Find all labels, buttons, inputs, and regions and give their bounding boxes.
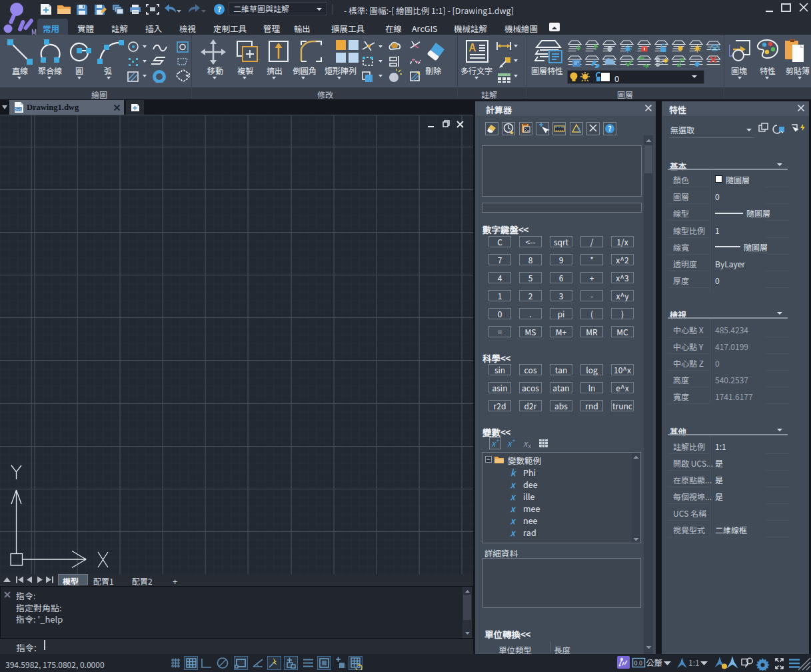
svg-text:?: ?	[217, 3, 221, 14]
svg-text:+: +	[512, 437, 516, 445]
svg-text:0.0: 0.0	[634, 659, 643, 667]
svg-text:M: M	[31, 27, 37, 35]
svg-text:A: A	[468, 40, 476, 55]
svg-text:公釐: 公釐	[646, 656, 662, 669]
svg-text:DWG: DWG	[15, 107, 23, 111]
svg-text:x: x	[528, 441, 532, 450]
svg-text:?: ?	[608, 123, 612, 133]
svg-text:+: +	[496, 437, 500, 445]
svg-text:1:1: 1:1	[688, 657, 700, 668]
